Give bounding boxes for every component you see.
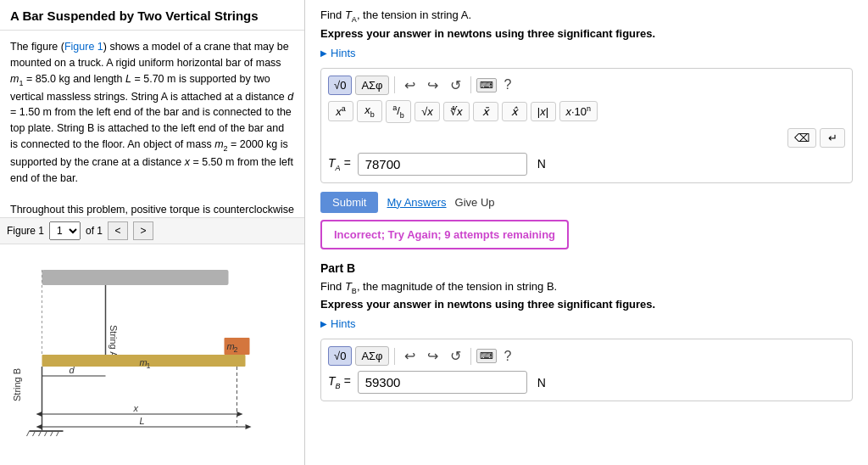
redo-button[interactable]: ↪ — [423, 76, 442, 95]
part-b-label: Part B — [320, 261, 853, 275]
svg-text:2: 2 — [234, 345, 238, 354]
figure-nav: Figure 1 1 of 1 < > — [0, 217, 304, 244]
figure-select[interactable]: 1 — [49, 221, 81, 240]
problem-description: The figure (Figure 1) shows a model of a… — [0, 31, 304, 217]
figure-of: of 1 — [86, 225, 103, 237]
part-b-separator1 — [394, 348, 395, 365]
x-subscript-button[interactable]: xb — [357, 100, 382, 122]
problem-note: Throughout this problem, positive torque… — [10, 202, 294, 217]
part-b-answer-label: TB = — [328, 374, 351, 390]
keyboard-icon: ⌨ — [476, 78, 497, 92]
toolbar-separator2 — [470, 76, 471, 93]
submit-button[interactable]: Submit — [320, 192, 378, 213]
math-toolbar-box: √0 ΑΣφ ↩ ↪ ↺ ⌨ ? xa xb a/b √x ∜x x̄ x̂ |… — [320, 68, 853, 183]
part-b-undo-button[interactable]: ↩ — [400, 346, 420, 366]
svg-text:x: x — [133, 403, 139, 413]
help-button[interactable]: ? — [500, 76, 516, 94]
svg-text:d: d — [70, 365, 75, 375]
figure-label: Figure 1 — [7, 225, 44, 237]
x-superscript-button[interactable]: xa — [328, 101, 353, 121]
part-b-express: Express your answer in newtons using thr… — [320, 298, 853, 311]
my-answers-link[interactable]: My Answers — [387, 196, 446, 209]
enter-button[interactable]: ↵ — [820, 128, 845, 148]
answer-unit: N — [537, 157, 546, 171]
asigma-button[interactable]: ΑΣφ — [355, 76, 388, 95]
bar-button[interactable]: x̄ — [473, 102, 498, 121]
figure-next-button[interactable]: > — [133, 221, 153, 240]
part-b-answer-unit: N — [537, 376, 546, 389]
part-b-answer-input[interactable] — [358, 371, 527, 394]
part-b-toolbar-box: √0 ΑΣφ ↩ ↪ ↺ ⌨ ? TB = N — [320, 339, 853, 401]
problem-title: A Bar Suspended by Two Vertical Strings — [0, 0, 304, 31]
part-b-hints-link[interactable]: Hints — [320, 317, 853, 330]
part-b-prompt: Find TB, the magnitude of the tension in… — [320, 280, 853, 295]
nthroot-button[interactable]: ∜x — [443, 102, 470, 121]
toolbar-row2: xa xb a/b √x ∜x x̄ x̂ |x| x·10n — [328, 100, 845, 123]
part-b-redo-button[interactable]: ↪ — [423, 346, 442, 366]
right-panel: Find TA, the tension in string A. Expres… — [305, 0, 868, 465]
part-b-asigma-button[interactable]: ΑΣφ — [355, 346, 388, 366]
answer-row: TA = N — [328, 153, 845, 176]
delete-button[interactable]: ⌫ — [787, 128, 816, 148]
diagram-svg: String A d m 1 m 2 String B — [0, 244, 304, 465]
incorrect-banner: Incorrect; Try Again; 9 attempts remaini… — [320, 220, 569, 249]
abs-button[interactable]: |x| — [531, 102, 556, 121]
part-b-keyboard-icon: ⌨ — [476, 349, 497, 363]
toolbar-row3: ⌫ ↵ — [328, 128, 845, 148]
refresh-button[interactable]: ↺ — [446, 76, 465, 95]
give-up-label[interactable]: Give Up — [455, 196, 495, 209]
part-b-separator2 — [470, 348, 471, 365]
toolbar-separator1 — [394, 76, 395, 93]
sqrt-mode-button[interactable]: √0 — [328, 76, 352, 95]
sci-notation-button[interactable]: x·10n — [559, 101, 598, 121]
figure-prev-button[interactable]: < — [108, 221, 128, 240]
part-b-answer-row: TB = N — [328, 371, 845, 394]
part-b-toolbar-row1: √0 ΑΣφ ↩ ↪ ↺ ⌨ ? — [328, 346, 845, 366]
diagram-area: String A d m 1 m 2 String B — [0, 244, 304, 465]
svg-text:String A: String A — [108, 325, 119, 358]
hints-link[interactable]: Hints — [320, 47, 853, 59]
svg-rect-1 — [42, 270, 229, 285]
part-b-refresh-button[interactable]: ↺ — [446, 346, 465, 366]
fraction-button[interactable]: a/b — [386, 100, 411, 123]
left-panel: A Bar Suspended by Two Vertical Strings … — [0, 0, 305, 465]
answer-label: TA = — [328, 156, 351, 172]
find-prompt: Find TA, the tension in string A. — [320, 8, 853, 24]
express-prompt: Express your answer in newtons using thr… — [320, 27, 853, 40]
part-b-help-button[interactable]: ? — [500, 347, 516, 366]
hat-button[interactable]: x̂ — [502, 102, 527, 121]
submit-row: Submit My Answers Give Up — [320, 192, 853, 213]
part-b-sqrt-mode-button[interactable]: √0 — [328, 346, 352, 366]
figure-link[interactable]: Figure 1 — [64, 41, 103, 53]
answer-input[interactable] — [358, 153, 527, 176]
svg-text:L: L — [140, 416, 145, 426]
undo-button[interactable]: ↩ — [400, 76, 420, 95]
svg-text:1: 1 — [147, 361, 151, 370]
sqrt-button[interactable]: √x — [415, 102, 440, 121]
svg-text:String B: String B — [12, 368, 22, 401]
toolbar-row1: √0 ΑΣφ ↩ ↪ ↺ ⌨ ? — [328, 76, 845, 95]
